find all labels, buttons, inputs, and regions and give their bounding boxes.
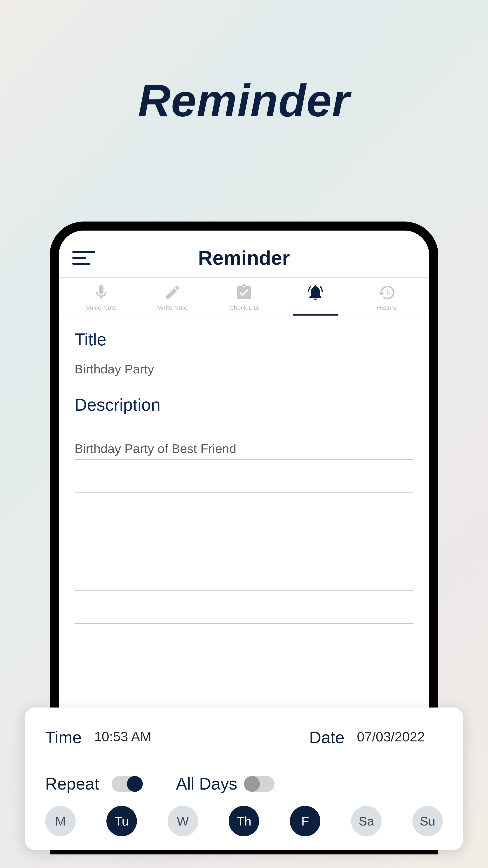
date-value[interactable]: 07/03/2022 [357,729,425,746]
description-input[interactable]: Birthday Party of Best Friend [74,427,414,624]
bell-icon [306,283,324,302]
description-label: Description [74,395,414,414]
tab-write-note[interactable]: Write Note [150,283,195,315]
day-monday[interactable]: M [45,806,76,836]
alldays-label: All Days [176,774,237,794]
title-input[interactable]: Birthday Party [74,362,414,381]
page-heading: Reminder [0,74,488,127]
history-icon [378,283,396,302]
tab-label: History [377,304,396,311]
note-icon [164,283,182,302]
day-friday[interactable]: F [290,806,320,836]
day-wednesday[interactable]: W [168,806,198,836]
desc-line-4[interactable] [74,525,414,558]
toggle-row: Repeat All Days [45,774,443,794]
alldays-toggle[interactable] [244,776,274,792]
app-title: Reminder [72,246,416,270]
date-label: Date [309,728,344,747]
repeat-label: Repeat [45,774,99,794]
days-row: M Tu W Th F Sa Su [45,806,443,836]
repeat-toggle[interactable] [111,776,142,792]
tab-label: Write Note [158,304,188,311]
tab-label: Check List [229,304,259,311]
day-sunday[interactable]: Su [412,806,443,836]
time-date-row: Time 10:53 AM Date 07/03/2022 [45,728,443,747]
tab-reminder[interactable]: Reminder [293,283,338,315]
schedule-panel: Time 10:53 AM Date 07/03/2022 Repeat All… [25,708,463,850]
desc-line-1[interactable]: Birthday Party of Best Friend [74,427,414,460]
tab-history[interactable]: History [364,283,410,315]
mic-icon [92,283,110,302]
time-value[interactable]: 10:53 AM [94,729,152,746]
desc-line-5[interactable] [74,558,414,591]
desc-line-6[interactable] [74,591,414,624]
day-thursday[interactable]: Th [229,806,259,836]
desc-line-3[interactable] [74,493,414,525]
time-label: Time [45,728,82,747]
tab-voice-note[interactable]: Voice Note [78,283,124,315]
desc-line-2[interactable] [74,460,414,493]
tabs: Voice Note Write Note Check List Reminde… [59,278,429,316]
app-header: Reminder [59,230,429,278]
title-label: Title [74,330,414,349]
day-saturday[interactable]: Sa [351,806,382,836]
checklist-icon [235,283,253,302]
tab-label: Voice Note [86,304,116,311]
tab-check-list[interactable]: Check List [221,283,267,315]
day-tuesday[interactable]: Tu [106,806,137,836]
